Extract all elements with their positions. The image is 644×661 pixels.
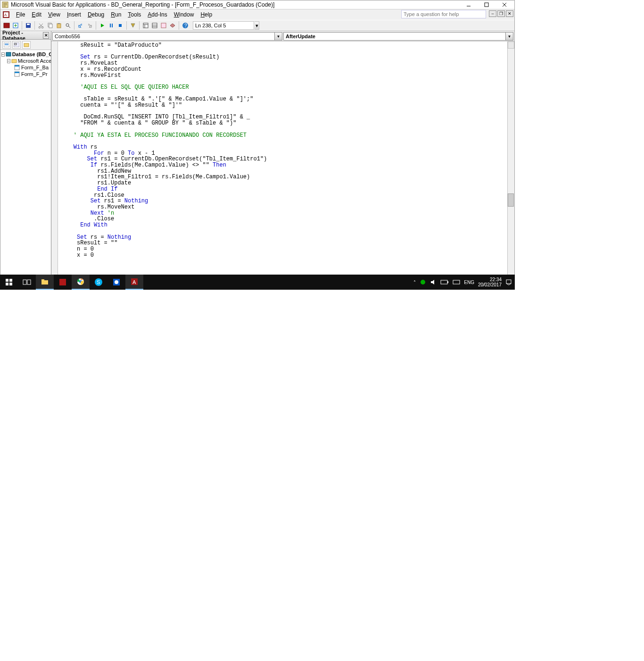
tray-battery-icon[interactable]	[440, 280, 449, 284]
menu-window[interactable]: Window	[171, 10, 198, 19]
svg-rect-8	[4, 23, 9, 28]
close-button[interactable]	[495, 0, 513, 9]
menu-insert[interactable]: Insert	[64, 10, 84, 19]
svg-rect-54	[41, 280, 48, 284]
svg-rect-18	[57, 24, 61, 28]
code-editor[interactable]: sResult = "DataProducto" Set rs = Curren…	[58, 42, 507, 282]
tree-item[interactable]: Form_F_Ba	[0, 64, 51, 71]
menu-tools[interactable]: Tools	[124, 10, 144, 19]
code-margin[interactable]	[51, 42, 58, 282]
toolbox-button[interactable]	[168, 21, 177, 30]
svg-rect-13	[27, 24, 30, 25]
scroll-track[interactable]	[508, 49, 514, 275]
taskbar-skype-icon[interactable]: S	[90, 275, 107, 290]
scroll-thumb[interactable]	[508, 193, 514, 207]
tray-action-icon[interactable]	[420, 279, 426, 285]
tree-root-label: Database (BD_G	[12, 51, 51, 57]
collapse-icon[interactable]: −	[7, 59, 10, 63]
maximize-button[interactable]	[478, 0, 495, 9]
svg-rect-40	[15, 43, 17, 45]
main-area: Project - Database ✕ − Database (BD_G − …	[0, 31, 514, 289]
taskbar-access-icon[interactable]: A	[125, 275, 143, 290]
taskbar-teamviewer-icon[interactable]	[107, 275, 125, 290]
tree-root[interactable]: − Database (BD_G	[0, 51, 51, 58]
code-pane: Combo556 ▼ AfterUpdate ▼ sResult = "Data…	[51, 31, 514, 289]
code-vscrollbar[interactable]	[507, 42, 514, 282]
cut-button[interactable]	[37, 21, 45, 30]
svg-rect-2	[485, 3, 488, 7]
svg-rect-47	[15, 72, 19, 73]
toolbar: ? Ln 238, Col 5 ▾	[0, 20, 514, 31]
view-code-button[interactable]	[2, 41, 11, 49]
folder-icon	[11, 58, 17, 64]
mdi-close-button[interactable]: ✕	[506, 10, 513, 17]
mdi-restore-button[interactable]: ❐	[497, 10, 505, 17]
taskbar-chrome-icon[interactable]	[72, 275, 90, 290]
svg-marker-66	[431, 280, 434, 284]
code-body: sResult = "DataProducto" Set rs = Curren…	[51, 42, 514, 282]
menu-file[interactable]: File	[13, 10, 28, 19]
help-button[interactable]: ?	[181, 21, 190, 30]
svg-rect-68	[447, 281, 448, 283]
project-explorer-button[interactable]	[141, 21, 150, 30]
menu-view[interactable]: View	[45, 10, 64, 19]
find-button[interactable]	[64, 21, 72, 30]
tree-item[interactable]: Form_F_Pr	[0, 71, 51, 77]
collapse-icon[interactable]: −	[1, 52, 5, 57]
scroll-up-button[interactable]	[508, 42, 514, 49]
undo-button[interactable]	[76, 21, 85, 30]
run-button[interactable]	[98, 21, 107, 30]
procedure-dropdown[interactable]: AfterUpdate ▼	[283, 32, 513, 41]
properties-window-button[interactable]	[150, 21, 159, 30]
taskbar-explorer-icon[interactable]	[36, 275, 54, 290]
object-browser-button[interactable]	[159, 21, 168, 30]
minimize-button[interactable]	[460, 0, 478, 9]
project-tree[interactable]: − Database (BD_G − Microsoft Acce Form_F…	[0, 50, 51, 282]
redo-button[interactable]	[85, 21, 94, 30]
svg-marker-26	[131, 24, 135, 27]
view-object-button[interactable]	[12, 41, 21, 49]
menu-debug[interactable]: Debug	[84, 10, 107, 19]
reset-button[interactable]	[116, 21, 124, 30]
procedure-dropdown-value: AfterUpdate	[286, 33, 315, 39]
svg-point-62	[115, 280, 118, 284]
tray-clock[interactable]: 22:34 20/02/2017	[478, 277, 502, 287]
svg-rect-41	[24, 43, 29, 47]
tray-volume-icon[interactable]	[430, 279, 437, 285]
svg-rect-53	[27, 280, 31, 284]
svg-rect-67	[441, 280, 447, 284]
view-access-button[interactable]	[2, 21, 11, 30]
tray-chevron-up-icon[interactable]: ˄	[413, 280, 416, 285]
tray-keyboard-icon[interactable]	[453, 280, 460, 284]
svg-rect-45	[15, 65, 19, 67]
tray-language[interactable]: ENG	[464, 280, 474, 285]
toggle-folders-button[interactable]	[22, 41, 31, 49]
vba-window: Microsoft Visual Basic for Applications …	[0, 0, 515, 290]
tray-notifications-icon[interactable]	[505, 279, 512, 285]
status-dropdown-icon[interactable]: ▾	[255, 21, 259, 30]
task-view-button[interactable]	[18, 275, 36, 290]
insert-module-button[interactable]	[11, 21, 20, 30]
mdi-minimize-button[interactable]: –	[489, 10, 496, 17]
svg-rect-48	[6, 279, 8, 282]
break-button[interactable]	[107, 21, 116, 30]
menu-addins[interactable]: Add-Ins	[144, 10, 170, 19]
project-explorer-close-button[interactable]: ✕	[43, 32, 49, 39]
titlebar: Microsoft Visual Basic for Applications …	[0, 0, 514, 9]
help-search-input[interactable]	[401, 10, 486, 18]
object-dropdown[interactable]: Combo556 ▼	[52, 32, 282, 41]
menu-help[interactable]: Help	[197, 10, 215, 19]
tree-folder[interactable]: − Microsoft Acce	[0, 58, 51, 64]
paste-button[interactable]	[55, 21, 63, 30]
svg-text:S: S	[97, 279, 100, 285]
menu-run[interactable]: Run	[107, 10, 124, 19]
database-icon	[6, 51, 11, 58]
copy-button[interactable]	[46, 21, 54, 30]
svg-rect-50	[6, 283, 8, 285]
taskbar-adobe-icon[interactable]	[54, 275, 72, 290]
start-button[interactable]	[0, 275, 18, 290]
design-mode-button[interactable]	[129, 21, 137, 30]
menu-edit[interactable]: Edit	[28, 10, 45, 19]
svg-rect-55	[41, 279, 44, 281]
save-button[interactable]	[24, 21, 33, 30]
